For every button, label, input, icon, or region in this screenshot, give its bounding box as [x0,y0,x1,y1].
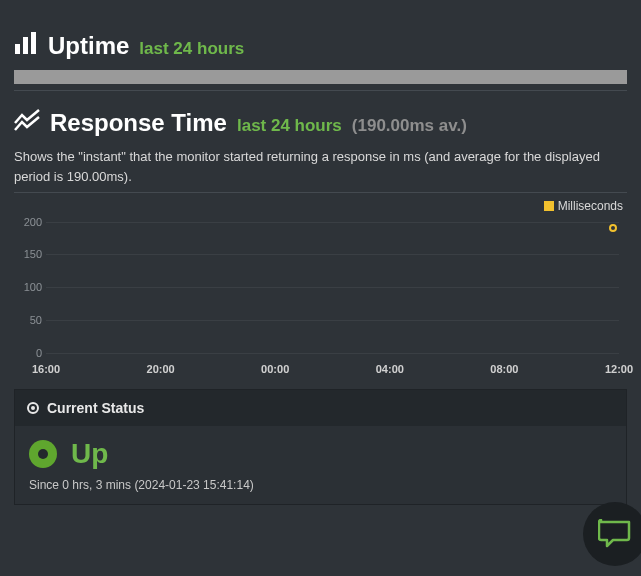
x-tick-label: 00:00 [261,363,289,375]
trend-line-icon [14,109,40,131]
current-status-title: Current Status [47,400,144,416]
chat-widget-button[interactable] [583,502,641,566]
gridline [46,287,619,288]
response-chart: Milliseconds 05010015020016:0020:0000:00… [14,192,627,375]
x-tick-label: 20:00 [147,363,175,375]
response-header: Response Time last 24 hours (190.00ms av… [14,109,627,137]
gridline [46,353,619,354]
legend-label: Milliseconds [558,199,623,213]
gridline [46,320,619,321]
x-tick-label: 12:00 [605,363,633,375]
bar-chart-icon [14,32,38,54]
radio-dot-icon [27,402,39,414]
x-tick-label: 08:00 [490,363,518,375]
current-status-header: Current Status [15,390,626,426]
record-icon [29,440,57,468]
response-subtitle: last 24 hours [237,116,342,136]
gridline [46,222,619,223]
svg-rect-2 [31,32,36,54]
response-average: (190.00ms av.) [352,116,467,136]
divider [14,90,627,91]
svg-rect-1 [23,37,28,54]
response-title: Response Time [50,109,227,137]
chart-plot-area: 05010015020016:0020:0000:0004:0008:0012:… [14,215,627,375]
legend-swatch [544,201,554,211]
status-line: Up [29,438,612,470]
y-tick-label: 200 [14,216,42,228]
y-tick-label: 50 [14,314,42,326]
x-tick-label: 16:00 [32,363,60,375]
uptime-subtitle: last 24 hours [139,39,244,59]
y-tick-label: 100 [14,281,42,293]
chart-legend: Milliseconds [14,199,627,213]
svg-rect-0 [15,44,20,54]
status-state: Up [71,438,108,470]
uptime-bar [14,70,627,84]
uptime-header: Uptime last 24 hours [14,32,627,60]
data-point [609,224,617,232]
gridline [46,254,619,255]
uptime-title: Uptime [48,32,129,60]
current-status-card: Current Status Up Since 0 hrs, 3 mins (2… [14,389,627,505]
status-since: Since 0 hrs, 3 mins (2024-01-23 15:41:14… [29,478,612,492]
x-tick-label: 04:00 [376,363,404,375]
y-tick-label: 0 [14,347,42,359]
y-tick-label: 150 [14,248,42,260]
response-description: Shows the "instant" that the monitor sta… [14,147,627,186]
